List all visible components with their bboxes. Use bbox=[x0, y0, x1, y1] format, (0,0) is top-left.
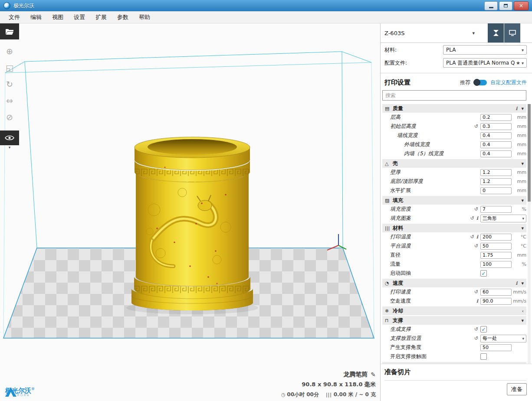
flow-unit: % bbox=[512, 261, 526, 267]
setting-row-layer-height: 层高0.2mm bbox=[382, 113, 526, 122]
mirror-tool-icon[interactable]: ⇔ bbox=[1, 93, 18, 108]
edit-model-name-icon[interactable]: ✎ bbox=[371, 371, 376, 378]
diameter-label: 直径 bbox=[390, 251, 401, 259]
section-header-infill[interactable]: ▨填充▾ bbox=[382, 196, 526, 205]
support-section-icon: ⊓ bbox=[385, 318, 392, 323]
search-box bbox=[382, 90, 526, 101]
initial-layer-height-input[interactable]: 0.3 bbox=[480, 123, 512, 130]
support-placement-select[interactable]: 每一处▾ bbox=[480, 335, 526, 342]
setting-row-flow: 流量100% bbox=[382, 260, 526, 269]
menu-item-file[interactable]: 文件 bbox=[3, 12, 25, 23]
top-bottom-thickness-input[interactable]: 1.2 bbox=[480, 178, 512, 185]
infill-pattern-value: 三角形 bbox=[483, 215, 522, 222]
section-label-speed: 速度 bbox=[393, 280, 403, 287]
open-folder-icon bbox=[5, 28, 14, 35]
close-button[interactable]: × bbox=[514, 1, 529, 10]
monitor-icon bbox=[509, 29, 516, 36]
chevron-down-icon: ▾ bbox=[521, 161, 524, 166]
wall-thickness-input[interactable]: 1.2 bbox=[480, 169, 512, 176]
reset-icon[interactable]: ↺ bbox=[470, 234, 474, 240]
per-model-settings-tool-icon[interactable]: ⊘ bbox=[1, 110, 18, 124]
scrollbar-thumb[interactable] bbox=[528, 104, 531, 202]
printing-temperature-label: 打印温度 bbox=[390, 233, 411, 241]
infill-density-input[interactable]: 7 bbox=[480, 206, 512, 213]
search-input[interactable] bbox=[383, 92, 526, 98]
build-scene[interactable] bbox=[0, 23, 380, 401]
print-settings-title: 打印设置 bbox=[384, 78, 410, 87]
profile-select[interactable]: PLA 普通质量(PLA Norma Qual ★ ▾ bbox=[443, 58, 527, 68]
material-label: 材料: bbox=[384, 46, 397, 54]
enable-retraction-checkbox[interactable]: ✓ bbox=[480, 270, 487, 277]
titlebar[interactable]: 极光尔沃 × bbox=[0, 0, 532, 11]
recommended-custom-toggle[interactable] bbox=[474, 80, 487, 85]
section-header-material[interactable]: |||材料▾ bbox=[382, 224, 526, 232]
left-toolbar: ⊕◱↻⇔⊘ ▾ bbox=[0, 23, 19, 150]
wall-line-width-input[interactable]: 0.4 bbox=[480, 132, 512, 139]
speed-section-icon: ◔ bbox=[385, 280, 392, 286]
horizontal-expansion-input[interactable]: 0 bbox=[480, 187, 512, 194]
view-mode-chevron-icon[interactable]: ▾ bbox=[0, 145, 19, 150]
reset-icon[interactable]: ↺ bbox=[474, 243, 478, 249]
menu-item-edit[interactable]: 编辑 bbox=[25, 12, 47, 23]
prepare-button[interactable]: 准备 bbox=[507, 383, 527, 395]
setting-row-wall-thickness: 壁厚1.2mm bbox=[382, 168, 526, 177]
menu-item-settings[interactable]: 设置 bbox=[69, 12, 90, 23]
chevron-down-icon: ▾ bbox=[521, 318, 524, 323]
support-interface-checkbox[interactable] bbox=[480, 353, 487, 360]
slice-stage-icon bbox=[492, 29, 500, 37]
rotate-tool-icon[interactable]: ↻ bbox=[1, 77, 18, 91]
custom-profile-link[interactable]: 自定义配置文件 bbox=[490, 79, 527, 86]
support-angle-input[interactable]: 50 bbox=[480, 344, 512, 351]
section-header-support[interactable]: ⊓支撑▾ bbox=[382, 316, 526, 325]
settings-scrollbar[interactable] bbox=[528, 104, 531, 364]
brand-logo: 极光尔沃® JGAURORA bbox=[5, 387, 35, 398]
wall-line-width-label: 墙线宽度 bbox=[397, 132, 418, 139]
section-header-speed[interactable]: ◔速度i▾ bbox=[382, 279, 526, 287]
open-file-button[interactable] bbox=[0, 23, 19, 39]
section-header-shell[interactable]: △壳▾ bbox=[382, 159, 526, 168]
reset-icon[interactable]: ↺ bbox=[474, 124, 478, 129]
menu-item-help[interactable]: 帮助 bbox=[134, 12, 155, 23]
model-dragon-pen-holder[interactable] bbox=[131, 137, 253, 310]
toggle-knob bbox=[473, 79, 480, 86]
maximize-button[interactable] bbox=[499, 1, 512, 10]
menu-item-view[interactable]: 视图 bbox=[47, 12, 69, 23]
reset-icon[interactable]: ↺ bbox=[474, 336, 478, 341]
horizontal-expansion-unit: mm bbox=[512, 188, 526, 193]
section-header-quality[interactable]: ▤质量i▾ bbox=[382, 104, 526, 113]
setting-row-enable-retraction: 启动回抽✓ bbox=[382, 269, 526, 278]
print-speed-input[interactable]: 60 bbox=[480, 289, 512, 296]
inner-wall-line-width-input[interactable]: 0.4 bbox=[480, 150, 512, 157]
setting-row-printing-temperature: 打印温度↺i200°C bbox=[382, 232, 526, 241]
reset-icon[interactable]: ↺ bbox=[470, 215, 474, 221]
reset-icon[interactable]: ↺ bbox=[474, 289, 478, 295]
chevron-down-icon: ▾ bbox=[522, 336, 524, 341]
prepare-stage-button[interactable] bbox=[488, 23, 504, 42]
setting-row-build-plate-temperature: 平台温度↺50°C bbox=[382, 241, 526, 251]
layer-height-input[interactable]: 0.2 bbox=[480, 114, 512, 121]
travel-speed-input[interactable]: 90.0 bbox=[480, 298, 512, 305]
flow-input[interactable]: 100 bbox=[480, 261, 512, 268]
diameter-input[interactable]: 1.75 bbox=[480, 252, 512, 259]
wall-line-width-unit: mm bbox=[512, 133, 526, 138]
generate-support-label: 生成支撑 bbox=[390, 326, 411, 333]
minimize-button[interactable] bbox=[484, 1, 498, 10]
move-tool-icon[interactable]: ⊕ bbox=[1, 44, 18, 59]
generate-support-checkbox[interactable]: ✓ bbox=[480, 326, 487, 333]
section-header-cooling[interactable]: ❄冷却‹ bbox=[382, 306, 526, 315]
outer-wall-line-width-input[interactable]: 0.4 bbox=[480, 141, 512, 148]
view-mode-button[interactable] bbox=[0, 130, 19, 145]
scale-tool-icon[interactable]: ◱ bbox=[1, 60, 18, 75]
build-plate-temperature-input[interactable]: 50 bbox=[480, 243, 512, 250]
menu-item-extensions[interactable]: 扩展 bbox=[90, 12, 112, 23]
material-select[interactable]: PLA ▾ bbox=[443, 45, 527, 55]
machine-selector[interactable]: Z-603S ▾ bbox=[381, 23, 488, 42]
viewport-3d[interactable]: 龙腾笔筒 ✎ 90.8 x 90.8 x 118.0 毫米 ◷ 00小时 00分… bbox=[0, 23, 380, 401]
infill-pattern-select[interactable]: 三角形▾ bbox=[480, 215, 526, 222]
menu-item-parameters[interactable]: 参数 bbox=[112, 12, 134, 23]
printing-temperature-input[interactable]: 200 bbox=[480, 234, 512, 241]
reset-icon[interactable]: ↺ bbox=[474, 326, 478, 332]
reset-icon[interactable]: ↺ bbox=[474, 206, 478, 212]
preview-stage-button[interactable] bbox=[504, 23, 520, 42]
setting-row-travel-speed: 空走速度i90.0mm/s bbox=[382, 297, 526, 306]
